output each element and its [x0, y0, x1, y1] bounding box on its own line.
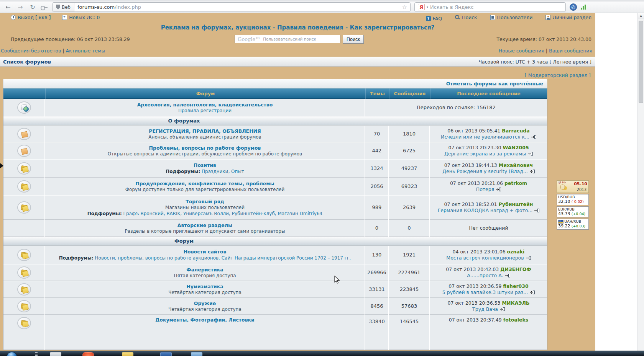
forum-desc-link[interactable]: Правила регистрации: [178, 108, 232, 113]
last-post-user[interactable]: petrkom: [504, 180, 527, 186]
forum-title-link[interactable]: Торговый ряд: [186, 199, 224, 204]
goto-last-post-icon[interactable]: [505, 274, 510, 278]
chevron-down-icon[interactable]: ▾: [427, 5, 428, 9]
last-post-date: 06 окт 2013 05:05.41: [447, 128, 500, 134]
your-posts-link[interactable]: Ваши сообщения: [549, 48, 592, 54]
forum-title-link[interactable]: Археология, палеонтология, кладоискатель…: [137, 102, 273, 108]
last-post-user[interactable]: МИКАЭЛЬ: [502, 300, 530, 306]
quick-links-left: Сообщения без ответов | Активные темы: [1, 48, 105, 54]
last-post-user[interactable]: Михайлович: [499, 162, 533, 168]
last-post-topic-link[interactable]: Дергание экрана из-за рекламы: [444, 151, 526, 157]
currency-informer[interactable]: ЦБ РФ 05.10 2013 USD/RUB 32.10 (-0.02) E…: [557, 180, 589, 230]
last-post-user[interactable]: oznaki: [507, 249, 525, 255]
posts-cell: 1921: [389, 246, 429, 264]
mail-at-icon[interactable]: @: [570, 3, 577, 11]
traffic-bars-icon[interactable]: [581, 5, 586, 10]
logout-link[interactable]: Выход [ ккв ]: [11, 15, 51, 20]
forum-title-link[interactable]: Нумизматика: [186, 284, 223, 289]
subforum-links[interactable]: Праздники, Опыт: [202, 169, 244, 174]
forum-title-link[interactable]: Новости сайтов: [184, 249, 227, 255]
last-post-topic-link[interactable]: Германия КОЛОДКА наград + фото...: [438, 207, 533, 213]
posts-count: 49237: [401, 165, 417, 171]
forum-title-link[interactable]: Проблемы, вопросы по работе форумов: [149, 145, 261, 151]
last-post-user[interactable]: WAN2005: [503, 145, 529, 150]
forum-title-link[interactable]: Фалеристика: [186, 267, 223, 273]
forum-title-link[interactable]: Предупреждения, конфликтные темы, пробле…: [135, 181, 274, 186]
goto-last-post-icon[interactable]: [529, 170, 535, 173]
subforum-links[interactable]: Графъ Вронский, RARIK, Универсамъ Волли,…: [123, 211, 323, 216]
last-post-topic-link[interactable]: Труд Вача: [472, 306, 498, 312]
scroll-up-icon[interactable]: ▲: [638, 13, 644, 19]
last-post-user[interactable]: fotoaleks: [503, 317, 529, 323]
table-header: Форум Темы Сообщения Последнее сообщение: [3, 88, 547, 99]
posts-cell: 1810: [389, 126, 429, 142]
google-search-input[interactable]: Google™ Пользовательский поиск: [235, 35, 340, 43]
scrollbar-thumb[interactable]: [639, 21, 643, 103]
unanswered-link[interactable]: Сообщения без ответов: [1, 48, 61, 54]
goto-last-post-icon[interactable]: [531, 135, 536, 139]
url-text[interactable]: forums-su.com/index.php: [74, 4, 399, 10]
last-post-topic-link[interactable]: День Рождения у security (Влад...: [442, 168, 527, 174]
board-index-link[interactable]: Список форумов: [3, 59, 51, 65]
taskbar-folder-icon[interactable]: [122, 352, 133, 356]
table-row: Нумизматика Четвёртая категория доступа …: [3, 281, 547, 298]
forum-link-icon: [17, 101, 31, 114]
reload-icon[interactable]: ↻: [28, 4, 37, 10]
forum-icon-cell: [3, 142, 44, 159]
forum-page-body: Выход [ ккв ] Новых ЛС: 0 ?FAQ Поиск Пол…: [0, 13, 595, 351]
moderator-section-link[interactable]: [ Модераторский раздел ]: [525, 72, 591, 78]
bookmark-star-icon[interactable]: ☆: [399, 4, 410, 11]
last-post-user[interactable]: Рубинштейн: [499, 201, 533, 207]
goto-last-post-icon[interactable]: [527, 152, 533, 156]
last-post-topic-link[interactable]: А......просто А.: [467, 273, 503, 278]
table-row: Оружие Четвёртая категория доступа 8456 …: [3, 298, 547, 315]
mark-forums-read-link[interactable]: Отметить форумы как прочтённые: [446, 81, 543, 87]
last-post-date: 07 окт 2013 18:52.01: [444, 201, 497, 207]
taskbar-app-icon[interactable]: [191, 352, 202, 356]
back-icon[interactable]: ←: [4, 4, 12, 10]
subforum-links[interactable]: Новости, проблемы, вопросы по работе аук…: [95, 255, 351, 261]
members-link[interactable]: Пользователи: [490, 15, 533, 20]
taskbar-browser-icon[interactable]: [82, 352, 94, 356]
address-bar[interactable]: Веб forums-su.com/index.php ☆: [52, 2, 411, 12]
search-link[interactable]: Поиск: [455, 15, 477, 20]
forum-title-link[interactable]: Позитив: [194, 162, 216, 168]
start-button[interactable]: [7, 352, 17, 356]
members-icon: [490, 15, 495, 20]
last-post-user[interactable]: ДИЗЕНГОФ: [500, 266, 531, 272]
last-post-topic-link[interactable]: 5 рублей в запайке.3 штуки раз...: [442, 289, 528, 295]
last-post-user[interactable]: fisher030: [503, 283, 528, 289]
faq-link[interactable]: ?FAQ: [426, 16, 442, 21]
last-post-topic-link[interactable]: Исчезли или не увеличиваются к...: [441, 134, 529, 140]
vertical-scrollbar[interactable]: ▲: [637, 13, 644, 351]
last-post-topic-link[interactable]: Места встреч коллекционеров: [446, 255, 524, 261]
forum-title-link[interactable]: РЕГИСТРАЦИЯ, ПРАВИЛА, ОБЪЯВЛЕНИЯ: [149, 128, 261, 134]
web-shield-button[interactable]: Веб: [53, 3, 74, 11]
forward-icon[interactable]: →: [16, 4, 25, 10]
no-posts-text: Нет сообщений: [469, 225, 508, 231]
goto-last-post-icon[interactable]: [529, 291, 535, 294]
new-pm-link[interactable]: Новых ЛС: 0: [62, 15, 100, 20]
key-icon[interactable]: [41, 5, 48, 10]
goto-last-post-icon[interactable]: [496, 188, 501, 191]
goto-last-post-icon[interactable]: [534, 209, 539, 212]
category-label[interactable]: О форумах: [3, 116, 365, 126]
google-search-button[interactable]: Поиск: [343, 35, 364, 44]
forum-title-link[interactable]: Авторские разделы: [177, 222, 233, 228]
category-label[interactable]: Форум: [3, 237, 365, 246]
forum-title-link[interactable]: Документы, Фотографии, Листовки: [155, 317, 255, 323]
last-post-user[interactable]: Barracuda: [502, 128, 529, 134]
yandex-logo-icon[interactable]: Я: [418, 4, 425, 10]
taskbar-app-icon[interactable]: [50, 352, 61, 356]
last-post-topic-link[interactable]: Потеря: [476, 186, 494, 192]
new-posts-link[interactable]: Новые сообщения: [499, 48, 544, 54]
taskbar-app-icon[interactable]: [160, 352, 172, 356]
redirect-count: Переходов по ссылке: 156182: [417, 105, 496, 110]
goto-last-post-icon[interactable]: [499, 307, 505, 311]
goto-last-post-icon[interactable]: [526, 256, 531, 260]
yandex-search-box[interactable]: Я ▾ Искать в Яндекс: [414, 2, 566, 12]
forum-title-link[interactable]: Оружие: [194, 300, 216, 306]
active-topics-link[interactable]: Активные темы: [66, 48, 105, 54]
ucp-link[interactable]: Личный раздел: [545, 15, 591, 20]
col-forum: Форум: [45, 88, 365, 99]
